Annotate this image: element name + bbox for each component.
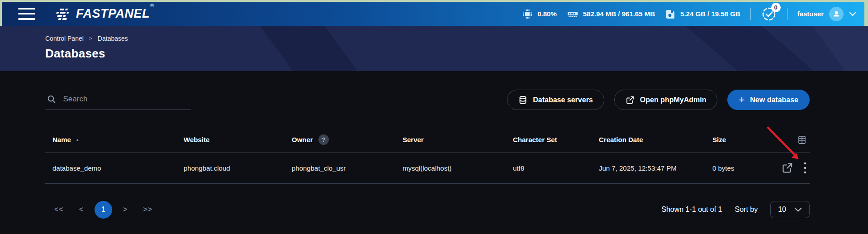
pagination-first-button[interactable]: << xyxy=(50,204,68,215)
search-input[interactable] xyxy=(63,95,189,104)
pagination-next-button[interactable]: > xyxy=(119,204,132,215)
column-header-size[interactable]: Size xyxy=(712,136,764,143)
columns-grid-icon xyxy=(797,135,807,145)
disk-icon xyxy=(665,9,676,19)
db-server-cell: mysql(localhost) xyxy=(403,164,513,172)
cpu-icon xyxy=(522,9,533,19)
table-row[interactable]: database_demo phongbat.cloud phongbat_cl… xyxy=(45,153,810,184)
column-header-name[interactable]: Name ▲ xyxy=(45,136,184,143)
sort-asc-icon: ▲ xyxy=(76,138,80,142)
ram-usage-stat: 582.94 MB / 961.65 MB xyxy=(567,9,655,19)
new-database-label: New database xyxy=(750,96,798,104)
breadcrumb-separator-icon: > xyxy=(89,35,92,42)
logo-text: FASTPANEL xyxy=(76,7,150,20)
notifications-button[interactable]: 0 xyxy=(761,6,777,22)
ram-icon xyxy=(567,9,579,19)
breadcrumb-control-panel[interactable]: Control Panel xyxy=(45,35,84,42)
fastpanel-logo-icon xyxy=(54,7,72,21)
databases-table: Name ▲ Website Owner ? Server Character … xyxy=(45,127,810,184)
pagination-page-1[interactable]: 1 xyxy=(95,201,112,219)
main-content: Database servers Open phpMyAdmin + New d… xyxy=(45,71,810,220)
db-website-cell: phongbat.cloud xyxy=(184,164,292,172)
pagination-last-button[interactable]: >> xyxy=(138,204,157,215)
cpu-usage-stat: 0.80% xyxy=(522,9,557,19)
cpu-usage-value: 0.80% xyxy=(537,10,557,18)
pagination-prev-button[interactable]: < xyxy=(75,204,88,215)
db-charset-cell: utf8 xyxy=(513,164,599,172)
db-owner-cell: phongbat_clo_usr xyxy=(292,164,403,172)
column-header-creation-date[interactable]: Creation Date xyxy=(599,136,712,143)
topbar: FASTPANEL® 0.80% xyxy=(2,2,864,26)
pagination: << < 1 > >> xyxy=(45,201,157,219)
user-menu[interactable]: fastuser xyxy=(797,7,856,21)
breadcrumb: Control Panel > Databases xyxy=(45,35,128,42)
sort-by-label: Sort by xyxy=(735,205,758,214)
avatar xyxy=(829,7,844,21)
search-icon xyxy=(47,94,56,104)
column-header-owner[interactable]: Owner ? xyxy=(292,134,403,145)
db-creation-date-cell: Jun 7, 2025, 12:53:47 PM xyxy=(599,164,712,172)
column-settings-button[interactable] xyxy=(797,135,807,145)
window-edge-top xyxy=(0,0,868,2)
database-servers-label: Database servers xyxy=(533,96,593,104)
toolbar: Database servers Open phpMyAdmin + New d… xyxy=(45,88,810,110)
fastpanel-logo[interactable]: FASTPANEL® xyxy=(54,7,154,21)
db-name-cell: database_demo xyxy=(45,164,184,172)
chevron-down-icon xyxy=(849,12,856,16)
notification-count-badge: 0 xyxy=(771,3,781,12)
database-servers-button[interactable]: Database servers xyxy=(507,90,604,110)
open-phpmyadmin-label: Open phpMyAdmin xyxy=(640,96,707,104)
disk-usage-stat: 5.24 GB / 19.58 GB xyxy=(665,9,740,19)
page-header-banner: Control Panel > Databases Databases xyxy=(0,26,868,71)
banner-pattern xyxy=(253,26,371,71)
search-box[interactable] xyxy=(45,91,191,110)
column-header-server[interactable]: Server xyxy=(403,136,513,143)
topbar-divider xyxy=(787,8,787,20)
breadcrumb-databases[interactable]: Databases xyxy=(98,35,128,42)
person-icon xyxy=(832,10,840,18)
open-database-button[interactable] xyxy=(782,162,793,174)
ram-usage-value: 582.94 MB / 961.65 MB xyxy=(583,10,655,18)
chevron-down-icon xyxy=(794,207,802,212)
page-title: Databases xyxy=(45,47,128,61)
new-database-button[interactable]: + New database xyxy=(727,90,810,110)
table-header-row: Name ▲ Website Owner ? Server Character … xyxy=(45,127,810,153)
per-page-select[interactable]: 10 xyxy=(770,201,810,218)
per-page-value: 10 xyxy=(778,205,786,214)
plus-icon: + xyxy=(739,95,745,105)
hamburger-menu-icon[interactable] xyxy=(18,8,35,20)
row-actions-kebab-button[interactable] xyxy=(803,161,807,175)
window-edge-right xyxy=(864,0,868,26)
kebab-menu-icon xyxy=(803,161,807,175)
window-edge-left xyxy=(0,0,2,26)
username: fastuser xyxy=(797,10,824,18)
external-link-icon xyxy=(626,96,635,105)
column-header-website[interactable]: Website xyxy=(184,136,292,143)
shown-count-text: Shown 1-1 out of 1 xyxy=(661,205,722,214)
column-header-charset[interactable]: Character Set xyxy=(513,136,599,143)
open-phpmyadmin-button[interactable]: Open phpMyAdmin xyxy=(614,90,718,110)
disk-usage-value: 5.24 GB / 19.58 GB xyxy=(680,10,740,18)
db-size-cell: 0 bytes xyxy=(712,164,764,172)
logo-registered-mark: ® xyxy=(150,3,154,8)
owner-help-icon[interactable]: ? xyxy=(318,134,329,145)
database-icon xyxy=(518,96,527,105)
table-footer: << < 1 > >> Shown 1-1 out of 1 Sort by 1… xyxy=(45,199,810,220)
topbar-divider xyxy=(750,8,751,20)
external-link-icon xyxy=(782,162,793,174)
